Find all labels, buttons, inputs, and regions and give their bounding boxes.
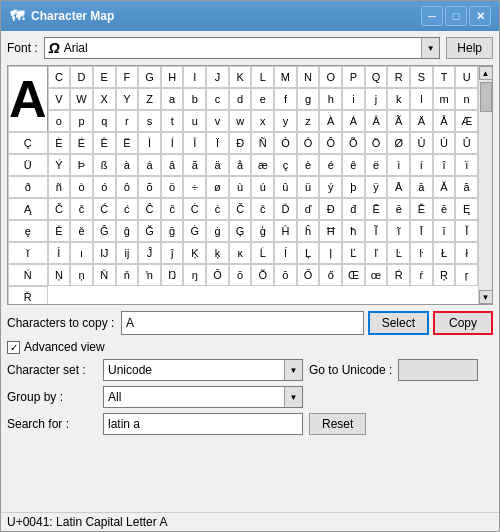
select-button[interactable]: Select: [368, 311, 429, 335]
maximize-button[interactable]: □: [445, 6, 467, 26]
char-cell[interactable]: Œ: [342, 264, 365, 286]
char-cell[interactable]: Ň: [93, 264, 116, 286]
char-cell[interactable]: ł: [455, 242, 478, 264]
char-cell[interactable]: Ć: [93, 198, 116, 220]
char-cell[interactable]: Ġ: [183, 220, 206, 242]
char-cell[interactable]: n: [455, 88, 478, 110]
char-cell[interactable]: Ò: [274, 132, 297, 154]
close-button[interactable]: ✕: [469, 6, 491, 26]
char-cell[interactable]: I: [183, 66, 206, 88]
advanced-view-checkbox[interactable]: ✓: [7, 341, 20, 354]
char-cell[interactable]: Ê: [93, 132, 116, 154]
char-cell[interactable]: f: [274, 88, 297, 110]
char-cell[interactable]: ō: [229, 264, 252, 286]
char-cell[interactable]: Ľ: [342, 242, 365, 264]
char-cell[interactable]: Ñ: [251, 132, 274, 154]
char-cell[interactable]: Č: [229, 198, 252, 220]
char-cell[interactable]: ē: [387, 198, 410, 220]
font-selector[interactable]: Ω Arial ▼: [44, 37, 441, 59]
char-cell[interactable]: E: [93, 66, 116, 88]
character-set-arrow[interactable]: ▼: [284, 360, 302, 380]
goto-unicode-input[interactable]: [398, 359, 478, 381]
char-cell[interactable]: ÷: [183, 176, 206, 198]
char-cell[interactable]: Þ: [70, 154, 93, 176]
char-cell[interactable]: ģ: [251, 220, 274, 242]
char-cell[interactable]: N: [297, 66, 320, 88]
char-cell[interactable]: đ: [342, 198, 365, 220]
char-cell[interactable]: Ý: [48, 154, 71, 176]
char-cell[interactable]: ñ: [48, 176, 71, 198]
char-cell[interactable]: Z: [138, 88, 161, 110]
char-cell[interactable]: ď: [297, 198, 320, 220]
char-cell[interactable]: h: [319, 88, 342, 110]
char-cell[interactable]: Ĕ: [410, 198, 433, 220]
char-cell[interactable]: ĝ: [116, 220, 139, 242]
char-cell[interactable]: á: [138, 154, 161, 176]
char-cell[interactable]: û: [274, 176, 297, 198]
char-cell[interactable]: v: [206, 110, 229, 132]
scroll-up-button[interactable]: ▲: [479, 66, 493, 80]
char-cell[interactable]: ê: [342, 154, 365, 176]
char-cell[interactable]: ï: [455, 154, 478, 176]
char-cell[interactable]: q: [93, 110, 116, 132]
char-cell[interactable]: Ó: [297, 132, 320, 154]
char-cell[interactable]: Ō: [206, 264, 229, 286]
char-cell[interactable]: l: [410, 88, 433, 110]
char-cell[interactable]: Ő: [297, 264, 320, 286]
char-cell[interactable]: Á: [342, 110, 365, 132]
char-cell[interactable]: Ī: [410, 220, 433, 242]
char-cell[interactable]: õ: [138, 176, 161, 198]
char-cell[interactable]: Ã: [387, 110, 410, 132]
copy-input[interactable]: [121, 311, 364, 335]
char-cell[interactable]: æ: [251, 154, 274, 176]
char-cell[interactable]: ß: [93, 154, 116, 176]
char-cell[interactable]: À: [319, 110, 342, 132]
scroll-thumb[interactable]: [480, 82, 492, 112]
char-cell[interactable]: s: [138, 110, 161, 132]
char-cell[interactable]: ĺ: [274, 242, 297, 264]
char-cell[interactable]: ŋ: [183, 264, 206, 286]
char-cell[interactable]: Ħ: [319, 220, 342, 242]
char-cell[interactable]: ä: [206, 154, 229, 176]
group-by-selector[interactable]: All ▼: [103, 386, 303, 408]
char-cell[interactable]: ġ: [206, 220, 229, 242]
char-cell[interactable]: V: [48, 88, 71, 110]
char-cell[interactable]: F: [116, 66, 139, 88]
char-cell[interactable]: Ē: [365, 198, 388, 220]
char-cell[interactable]: u: [183, 110, 206, 132]
char-cell[interactable]: Ä: [410, 110, 433, 132]
char-cell[interactable]: w: [229, 110, 252, 132]
char-cell[interactable]: ý: [319, 176, 342, 198]
char-cell[interactable]: Ç: [8, 132, 48, 154]
char-cell[interactable]: r: [116, 110, 139, 132]
char-cell[interactable]: Ĳ: [93, 242, 116, 264]
char-cell[interactable]: â: [161, 154, 184, 176]
char-cell[interactable]: ã: [183, 154, 206, 176]
char-cell[interactable]: ķ: [206, 242, 229, 264]
char-cell[interactable]: ç: [274, 154, 297, 176]
char-cell[interactable]: G: [138, 66, 161, 88]
char-cell[interactable]: Â: [365, 110, 388, 132]
char-cell[interactable]: Ð: [229, 132, 252, 154]
char-cell[interactable]: ċ: [206, 198, 229, 220]
minimize-button[interactable]: ─: [421, 6, 443, 26]
char-cell[interactable]: Ě: [48, 220, 71, 242]
font-dropdown-arrow[interactable]: ▼: [421, 38, 439, 58]
char-cell[interactable]: ì: [387, 154, 410, 176]
char-cell[interactable]: ĥ: [297, 220, 320, 242]
char-cell[interactable]: y: [274, 110, 297, 132]
char-cell[interactable]: j: [365, 88, 388, 110]
char-cell[interactable]: K: [229, 66, 252, 88]
char-cell[interactable]: c: [206, 88, 229, 110]
char-cell[interactable]: x: [251, 110, 274, 132]
char-cell[interactable]: H: [161, 66, 184, 88]
char-cell[interactable]: M: [274, 66, 297, 88]
char-cell[interactable]: Ř: [8, 286, 48, 304]
char-cell[interactable]: Ŏ: [251, 264, 274, 286]
char-cell[interactable]: œ: [365, 264, 388, 286]
char-cell[interactable]: ŀ: [410, 242, 433, 264]
char-cell[interactable]: Ï: [206, 132, 229, 154]
char-cell[interactable]: ő: [319, 264, 342, 286]
char-cell[interactable]: U: [455, 66, 478, 88]
char-cell[interactable]: ħ: [342, 220, 365, 242]
